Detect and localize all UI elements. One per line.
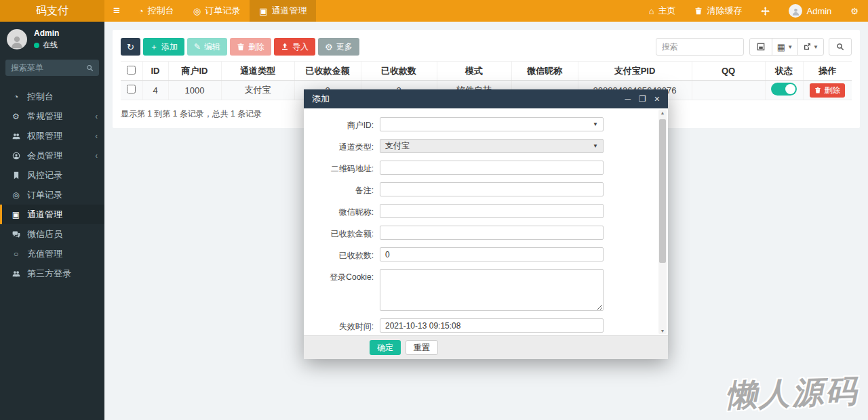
trash-icon: [814, 87, 821, 93]
add-dialog: 添加 ─ ❐ × 商户ID: ▼ 通道类型: 支付宝▼ 二维码地址: 备注: 微…: [304, 89, 668, 359]
cogs-icon: ⚙: [11, 112, 21, 121]
qrcode-url-input[interactable]: [380, 161, 604, 175]
channel-type-select[interactable]: 支付宝▼: [380, 139, 604, 153]
user-circle-icon: [11, 152, 21, 160]
sidebar-toggle-icon[interactable]: ≡: [104, 0, 129, 22]
more-button[interactable]: ⚙更多: [318, 38, 359, 56]
detail-view-icon: [757, 43, 765, 51]
plus-icon: ＋: [150, 41, 158, 53]
arrows-alt-icon: [761, 7, 770, 16]
sidebar-item-thirdparty-login[interactable]: 第三方登录: [0, 264, 104, 283]
sidebar-item-dashboard[interactable]: ◔控制台: [0, 87, 104, 106]
select-all-checkbox[interactable]: [127, 66, 136, 75]
search-icon: [836, 43, 844, 51]
cell-qq: [692, 81, 765, 100]
sidebar-item-orders[interactable]: ◎订单记录: [0, 185, 104, 205]
col-merchant-id: 商户ID: [168, 62, 221, 81]
sidebar-item-wechat-clerk[interactable]: 微信店员: [0, 224, 104, 244]
caret-down-icon: ▼: [593, 143, 598, 149]
sidebar: Admin 在线 ◔控制台 ⚙常规管理‹ 权限管理‹ 会员管理‹ 风控记录 ◎订…: [0, 22, 104, 420]
close-icon[interactable]: ×: [654, 94, 660, 104]
topnav-item-orders[interactable]: ◎ 订单记录: [184, 0, 250, 22]
import-button[interactable]: 导入: [274, 38, 315, 56]
scrollbar-thumb[interactable]: [659, 119, 666, 263]
confirm-button[interactable]: 确定: [370, 340, 401, 355]
users-icon: [11, 132, 21, 140]
caret-down-icon: ▼: [813, 44, 818, 50]
user-name: Admin: [806, 6, 831, 16]
delete-button[interactable]: 删除: [230, 38, 271, 56]
gauge-icon: ◔: [11, 92, 21, 102]
table-header-row: ID 商户ID 通道类型 已收款金额 已收款数 模式 微信昵称 支付宝PID Q…: [121, 62, 852, 81]
avatar: [789, 4, 802, 18]
received-count-input[interactable]: [380, 247, 604, 261]
sidebar-item-auth[interactable]: 权限管理‹: [0, 126, 104, 146]
comments-icon: [11, 230, 21, 238]
cell-merchant-id: 1000: [168, 81, 221, 100]
field-label-channel-type: 通道类型:: [314, 139, 374, 153]
refresh-button[interactable]: ↻: [121, 38, 140, 56]
dialog-body: 商户ID: ▼ 通道类型: 支付宝▼ 二维码地址: 备注: 微信昵称: 已收款金…: [304, 108, 668, 335]
chevron-left-icon: ‹: [95, 131, 97, 141]
channel-icon: ▣: [259, 7, 267, 16]
sidebar-item-channels[interactable]: ▣通道管理: [0, 205, 104, 224]
topnav-label: 通道管理: [271, 5, 307, 17]
compass-icon: ◎: [11, 190, 21, 200]
scroll-down-icon[interactable]: ▼: [658, 329, 667, 333]
topnav: ≡ ◔ 控制台 ◎ 订单记录 ▣ 通道管理: [104, 0, 316, 22]
wechat-nickname-input[interactable]: [380, 204, 604, 218]
sidebar-user-name: Admin: [34, 28, 59, 38]
scroll-up-icon[interactable]: ▲: [658, 110, 667, 115]
row-checkbox[interactable]: [127, 85, 136, 93]
reset-button[interactable]: 重置: [406, 340, 438, 355]
field-label-expire-time: 失效时间:: [314, 318, 374, 333]
clear-cache-link[interactable]: 清除缓存: [685, 0, 751, 22]
sidebar-item-members[interactable]: 会员管理‹: [0, 146, 104, 165]
edit-button[interactable]: ✎编辑: [187, 38, 227, 56]
topnav-label: 控制台: [148, 5, 174, 17]
columns-button[interactable]: ▦▼: [772, 38, 798, 56]
login-cookie-textarea[interactable]: [380, 269, 604, 311]
sidebar-item-general[interactable]: ⚙常规管理‹: [0, 106, 104, 126]
dialog-title: 添加: [312, 93, 330, 105]
maximize-icon[interactable]: ❐: [639, 95, 646, 103]
settings-button[interactable]: ⚙: [841, 0, 868, 22]
status-toggle[interactable]: [771, 83, 797, 96]
col-status: 状态: [765, 62, 803, 81]
received-amount-input[interactable]: [380, 226, 604, 240]
dialog-footer: 确定 重置: [304, 335, 668, 359]
export-button[interactable]: ▼: [797, 38, 824, 56]
add-button[interactable]: ＋添加: [143, 38, 184, 56]
detail-view-button[interactable]: [749, 38, 772, 56]
fullscreen-button[interactable]: [751, 0, 779, 22]
sidebar-item-recharge[interactable]: ○充值管理: [0, 244, 104, 264]
col-wechat-nickname: 微信昵称: [511, 62, 578, 81]
search-icon[interactable]: [86, 64, 94, 72]
table-search-input[interactable]: [656, 38, 744, 56]
cogs-icon: ⚙: [850, 7, 859, 16]
trash-icon: [237, 43, 245, 51]
dialog-scrollbar[interactable]: ▲ ▼: [658, 110, 667, 334]
search-button[interactable]: [829, 38, 852, 56]
row-delete-button[interactable]: 删除: [810, 83, 845, 98]
online-status-dot: [34, 43, 39, 48]
dialog-titlebar[interactable]: 添加 ─ ❐ ×: [304, 89, 668, 108]
grid-icon: ▦: [777, 43, 785, 51]
col-mode: 模式: [437, 62, 511, 81]
topnav-item-channels[interactable]: ▣ 通道管理: [250, 0, 316, 22]
pencil-icon: ✎: [194, 42, 201, 51]
sidebar-search-input[interactable]: [11, 63, 86, 72]
merchant-id-select[interactable]: ▼: [380, 117, 604, 131]
col-alipay-pid: 支付宝PID: [578, 62, 692, 81]
user-menu[interactable]: Admin: [779, 0, 841, 22]
topnav-item-dashboard[interactable]: ◔ 控制台: [129, 0, 184, 22]
remark-input[interactable]: [380, 182, 604, 196]
channel-icon: ▣: [11, 210, 21, 219]
cell-channel-type: 支付宝: [221, 81, 294, 100]
minimize-icon[interactable]: ─: [625, 95, 631, 103]
home-link[interactable]: ⌂ 主页: [639, 0, 686, 22]
sidebar-item-risk[interactable]: 风控记录: [0, 165, 104, 185]
col-actions: 操作: [803, 62, 852, 81]
expire-time-input[interactable]: [380, 318, 604, 333]
field-label-qrcode-url: 二维码地址:: [314, 161, 374, 175]
